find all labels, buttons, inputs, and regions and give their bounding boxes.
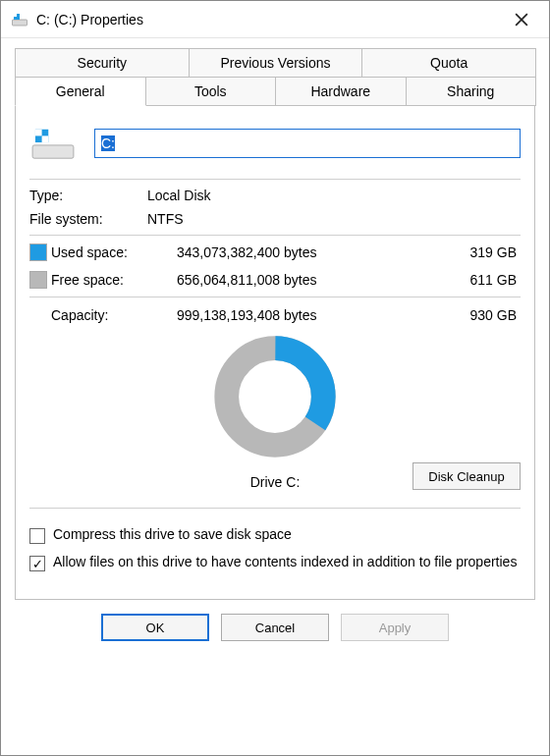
tab-sharing[interactable]: Sharing (406, 77, 537, 106)
ok-button[interactable]: OK (101, 614, 209, 641)
svg-rect-7 (35, 130, 42, 136)
tab-panel-general: Type: Local Disk File system: NTFS Used … (15, 105, 535, 600)
used-space-label: Used space: (51, 244, 159, 260)
used-space-bytes: 343,073,382,400 bytes (159, 244, 444, 260)
compress-label: Compress this drive to save disk space (53, 526, 292, 542)
free-space-label: Free space: (51, 272, 159, 288)
used-space-hr: 319 GB (444, 244, 521, 260)
used-color-swatch (29, 243, 47, 261)
capacity-bytes: 999,138,193,408 bytes (159, 307, 444, 323)
free-color-swatch (29, 271, 47, 289)
divider (29, 297, 521, 297)
drive-icon (11, 11, 28, 28)
client-area: Security Previous Versions Quota General… (1, 38, 549, 755)
disk-cleanup-button[interactable]: Disk Cleanup (412, 462, 521, 490)
free-space-bytes: 656,064,811,008 bytes (159, 272, 444, 288)
apply-button[interactable]: Apply (341, 614, 449, 641)
close-button[interactable] (502, 5, 541, 34)
capacity-label: Capacity: (51, 307, 159, 323)
window-title: C: (C:) Properties (36, 12, 502, 27)
tab-previous-versions[interactable]: Previous Versions (189, 48, 363, 78)
tab-security[interactable]: Security (15, 48, 190, 78)
index-label: Allow files on this drive to have conten… (53, 554, 517, 569)
tab-strip: Security Previous Versions Quota General… (15, 48, 535, 600)
usage-donut-chart (211, 333, 339, 460)
divider (29, 179, 521, 180)
tab-tools[interactable]: Tools (145, 77, 277, 106)
titlebar: C: (C:) Properties (1, 1, 549, 38)
tab-hardware[interactable]: Hardware (275, 77, 407, 106)
dialog-buttons: OK Cancel Apply (15, 600, 535, 647)
drive-name-input[interactable] (94, 129, 521, 158)
type-value: Local Disk (147, 188, 521, 203)
divider (29, 508, 521, 509)
svg-rect-5 (32, 145, 74, 158)
tab-general[interactable]: General (15, 77, 146, 106)
tab-quota[interactable]: Quota (361, 48, 536, 78)
svg-rect-8 (42, 135, 49, 142)
capacity-hr: 930 GB (444, 307, 521, 323)
fs-value: NTFS (147, 211, 521, 227)
drive-label: Drive C: (250, 474, 301, 490)
svg-rect-2 (14, 14, 17, 17)
compress-checkbox[interactable]: Compress this drive to save disk space (29, 526, 521, 544)
index-checkbox[interactable]: ✓ Allow files on this drive to have cont… (29, 554, 521, 571)
svg-rect-0 (13, 20, 28, 26)
cancel-button[interactable]: Cancel (221, 614, 329, 641)
type-label: Type: (29, 188, 147, 203)
properties-window: C: (C:) Properties Security Previous Ver… (0, 0, 550, 756)
fs-label: File system: (29, 211, 147, 227)
free-space-hr: 611 GB (444, 272, 521, 288)
divider (29, 235, 521, 236)
drive-large-icon (29, 124, 77, 163)
